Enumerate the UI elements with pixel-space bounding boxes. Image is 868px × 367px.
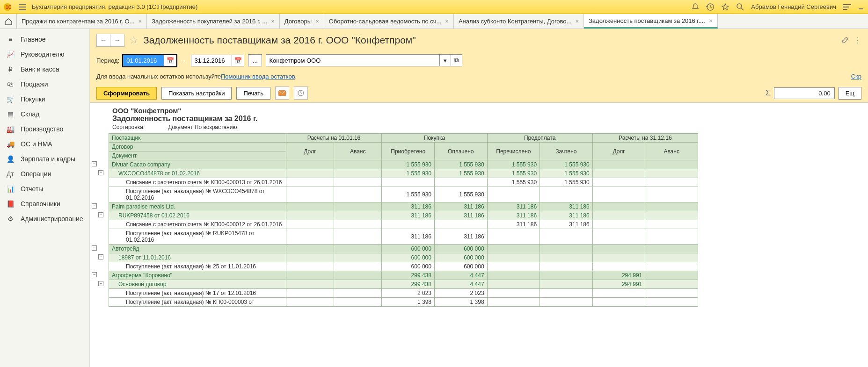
close-icon[interactable]: × <box>315 18 319 25</box>
close-icon[interactable]: × <box>575 18 579 25</box>
table-row[interactable]: Поступление (акт, накладная) № КП00-0000… <box>109 298 698 307</box>
th-prepay: Предоплата <box>487 134 592 143</box>
sidebar-item[interactable]: ₽Банк и касса <box>0 62 89 77</box>
calendar-icon[interactable]: 📅 <box>232 55 244 66</box>
home-tab[interactable] <box>0 14 17 29</box>
close-icon[interactable]: × <box>445 18 449 25</box>
close-icon[interactable]: × <box>709 17 713 24</box>
tab[interactable]: Продажи по контрагентам за 2016 г. О...× <box>17 14 147 29</box>
hide-helper-link[interactable]: Скр <box>851 73 861 80</box>
sidebar-item[interactable]: 📊Отчеты <box>0 181 89 196</box>
user-name[interactable]: Абрамов Геннадий Сергеевич <box>751 3 836 10</box>
tab[interactable]: Задолженность поставщикам за 2016 г....× <box>584 14 718 29</box>
helper-link[interactable]: Помощник ввода остатков <box>221 73 295 80</box>
dropdown-icon[interactable]: ▾ <box>439 55 451 66</box>
sidebar-item-label: Зарплата и кадры <box>21 155 75 163</box>
table-row[interactable]: Поступление (акт, накладная) № RUKP01547… <box>109 229 698 245</box>
main-area: ← → ☆ Задолженность поставщикам за 2016 … <box>90 29 868 367</box>
table-row[interactable]: 18987 от 11.01.2016600 000600 000 <box>109 253 698 262</box>
run-button[interactable]: Сформировать <box>96 87 157 100</box>
tree-toggle[interactable]: − <box>98 281 103 286</box>
org-input[interactable] <box>266 55 439 66</box>
tree-toggle[interactable]: − <box>98 254 103 259</box>
sidebar-item[interactable]: ≡Главное <box>0 32 89 47</box>
sidebar-item[interactable]: 📕Справочники <box>0 196 89 211</box>
table-row[interactable]: Divuar Cacao company1 555 9301 555 9301 … <box>109 160 698 169</box>
table-row[interactable]: Поступление (акт, накладная) № 25 от 11.… <box>109 262 698 271</box>
table-row[interactable]: Поступление (акт, накладная) № WXCOCO454… <box>109 187 698 202</box>
tree-toggle[interactable]: − <box>98 212 103 217</box>
tab-label: Продажи по контрагентам за 2016 г. О... <box>22 18 135 25</box>
period-picker-button[interactable]: ... <box>248 54 262 66</box>
tab[interactable]: Договоры× <box>280 14 324 29</box>
favorite-star-icon[interactable]: ☆ <box>129 34 139 46</box>
expand-icon[interactable]: ⧉ <box>451 55 462 66</box>
search-icon[interactable] <box>736 3 744 11</box>
tree-toggle[interactable]: − <box>92 245 97 251</box>
top-bar: 1С Бухгалтерия предприятия, редакция 3.0… <box>0 0 868 14</box>
sort-label: Сортировка: <box>112 124 145 130</box>
close-icon[interactable]: × <box>271 18 275 25</box>
nav-forward-button[interactable]: → <box>110 34 124 47</box>
sidebar-item[interactable]: 👤Зарплата и кадры <box>0 151 89 166</box>
tree-toggle[interactable]: − <box>92 161 97 166</box>
minimize-icon[interactable] <box>858 4 864 10</box>
org-select[interactable]: ▾ ⧉ <box>266 54 462 66</box>
tree-toggle[interactable]: − <box>98 170 103 175</box>
tab[interactable]: Анализ субконто Контрагенты, Догово...× <box>454 14 584 29</box>
sidebar-item-label: Администрирование <box>21 215 83 223</box>
star-icon[interactable] <box>721 3 729 11</box>
tab-label: Договоры <box>284 18 312 25</box>
th-transferred: Перечислено <box>487 143 540 160</box>
period-to-input[interactable]: 📅 <box>191 55 244 66</box>
tab[interactable]: Задолженность покупателей за 2016 г. ...… <box>147 14 280 29</box>
email-button[interactable] <box>275 86 289 100</box>
nav-back-button[interactable]: ← <box>96 34 110 47</box>
report-org: ООО "Конфетпром" <box>112 107 864 115</box>
table-row[interactable]: Palm paradise meals Ltd.311 186311 18631… <box>109 202 698 211</box>
tab[interactable]: Оборотно-сальдовая ведомость по сч...× <box>324 14 454 29</box>
th-purchase: Покупка <box>382 134 487 143</box>
tab-label: Анализ субконто Контрагенты, Догово... <box>459 18 571 25</box>
sum-value: 0,00 <box>774 87 835 99</box>
sidebar-item[interactable]: 🛒Покупки <box>0 92 89 107</box>
history-icon[interactable] <box>706 3 715 11</box>
table-row[interactable]: RUKP897458 от 01.02.2016311 186311 18631… <box>109 211 698 220</box>
period-from-field[interactable] <box>124 55 164 66</box>
sidebar-item[interactable]: ДтОперации <box>0 166 89 181</box>
tree-toggle[interactable]: − <box>92 203 97 209</box>
sidebar-item[interactable]: ⚙Администрирование <box>0 211 89 226</box>
svg-point-3 <box>737 4 742 8</box>
table-row[interactable]: Автотрейд600 000600 000 <box>109 245 698 253</box>
report-title: Задолженность поставщикам за 2016 г. <box>112 115 864 123</box>
show-settings-button[interactable]: Показать настройки <box>161 87 232 100</box>
period-to-field[interactable] <box>191 55 232 66</box>
table-row[interactable]: WXCOCO454878 от 01.02.20161 555 9301 555… <box>109 169 698 178</box>
clock-button[interactable] <box>294 86 308 100</box>
print-button[interactable]: Печать <box>236 87 270 100</box>
settings-lines-icon[interactable] <box>843 4 851 10</box>
boxes-icon: ▦ <box>6 110 15 118</box>
sum-sign: Σ <box>766 89 770 97</box>
sidebar-item[interactable]: 🚚ОС и НМА <box>0 137 89 151</box>
table-row[interactable]: Основной договор299 4384 447294 991 <box>109 280 698 289</box>
table-row[interactable]: Поступление (акт, накладная) № 17 от 12.… <box>109 289 698 298</box>
tree-toggle[interactable]: − <box>92 272 97 277</box>
calendar-icon[interactable]: 📅 <box>164 55 176 66</box>
sidebar-item[interactable]: 🏭Производство <box>0 122 89 137</box>
bell-icon[interactable] <box>691 3 700 11</box>
cart-icon: 🛒 <box>6 95 15 103</box>
sidebar-item[interactable]: ▦Склад <box>0 107 89 122</box>
period-from-input[interactable]: 📅 <box>123 55 176 66</box>
sidebar-item[interactable]: 📈Руководителю <box>0 47 89 62</box>
more-menu-icon[interactable]: ⋮ <box>854 36 861 45</box>
link-icon[interactable] <box>841 36 849 45</box>
table-row[interactable]: Списание с расчетного счета № КП00-00001… <box>109 178 698 187</box>
table-row[interactable]: Списание с расчетного счета № КП00-00001… <box>109 220 698 229</box>
close-icon[interactable]: × <box>139 18 142 25</box>
hamburger-icon[interactable] <box>19 4 26 10</box>
sidebar-item[interactable]: 🛍Продажи <box>0 77 89 92</box>
table-row[interactable]: Агроферма "Коровино"299 4384 447294 991 <box>109 271 698 280</box>
th-supplier: Поставщик <box>109 134 286 143</box>
more-button[interactable]: Ещ <box>839 87 861 100</box>
